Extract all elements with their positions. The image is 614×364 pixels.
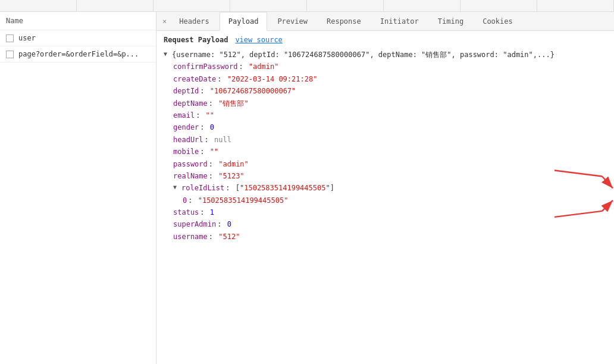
- grid-cell: [307, 0, 384, 11]
- json-key-roleIdList: roleIdList: [181, 182, 224, 194]
- checkbox-user[interactable]: [6, 34, 14, 42]
- grid-cell: [537, 0, 614, 11]
- sidebar-item-page[interactable]: page?order=&orderField=&p...: [0, 46, 156, 62]
- grid-cell: [384, 0, 460, 11]
- json-key-mobile: mobile: [173, 146, 199, 158]
- json-val-superAdmin: 0: [227, 218, 231, 230]
- json-line-realName: realName: "5123": [164, 170, 607, 182]
- json-key-password: password: [173, 158, 208, 170]
- json-key-email: email: [173, 109, 195, 121]
- json-line-username: username: "512": [164, 231, 607, 243]
- json-val-status: 1: [210, 206, 214, 218]
- json-val-roleIdList-open: [": [236, 182, 244, 194]
- grid-cell: [154, 0, 230, 11]
- json-root-text: {username: "512", deptId: "1067246875800…: [172, 49, 555, 61]
- json-tree: ▼ {username: "512", deptId: "10672468758…: [164, 49, 607, 243]
- json-line-mobile: mobile: "": [164, 146, 607, 158]
- json-line-status: status: 1: [164, 206, 607, 218]
- checkbox-page[interactable]: [6, 51, 14, 58]
- right-panel: × Headers Payload Preview Response Initi…: [156, 12, 614, 364]
- expand-arrow-root[interactable]: ▼: [164, 49, 171, 59]
- json-val-deptId: "106724687580000067": [210, 85, 296, 97]
- json-key-confirmPassword: confirmPassword: [173, 61, 237, 73]
- grid-cell: [230, 0, 307, 11]
- json-key-status: status: [173, 206, 199, 218]
- tab-preview[interactable]: Preview: [268, 12, 317, 31]
- tab-payload[interactable]: Payload: [220, 12, 268, 31]
- network-sidebar: Name user page?order=&orderField=&p...: [0, 12, 156, 364]
- json-val-mobile: "": [210, 146, 218, 158]
- tab-headers[interactable]: Headers: [170, 12, 218, 31]
- grid-cell: [77, 0, 154, 11]
- tabs-bar: × Headers Payload Preview Response Initi…: [156, 12, 614, 31]
- json-line-roleIdList[interactable]: ▼ roleIdList: ["1502583514199445505"]: [164, 182, 607, 194]
- json-key-headUrl: headUrl: [173, 134, 203, 146]
- json-key-username: username: [173, 231, 208, 243]
- json-line-createDate: createDate: "2022-03-14 09:21:28": [164, 73, 607, 85]
- json-line-deptName: deptName: "销售部": [164, 98, 607, 109]
- json-val-confirmPassword: "admin": [249, 61, 279, 73]
- json-val-realName: "5123": [218, 170, 244, 182]
- json-val-roleIdList-val: 1502583514199445505: [244, 182, 325, 194]
- json-val-username: "512": [218, 231, 240, 243]
- json-val-createDate: "2022-03-14 09:21:28": [227, 73, 318, 85]
- json-line-superAdmin: superAdmin: 0: [164, 218, 607, 230]
- expand-arrow-roleIdList[interactable]: ▼: [173, 182, 180, 192]
- json-line-password: password: "admin": [164, 158, 607, 170]
- json-val-headUrl: null: [214, 134, 231, 146]
- json-key-gender: gender: [173, 121, 199, 133]
- grid-cell: [0, 0, 77, 11]
- json-val-roleIdList-close: "]: [325, 182, 334, 194]
- json-line-gender: gender: 0: [164, 121, 607, 133]
- json-line-deptId: deptId: "106724687580000067": [164, 85, 607, 97]
- payload-content: Request Payload view source ▼ {username:…: [156, 31, 614, 364]
- sidebar-header: Name: [0, 12, 156, 30]
- payload-title: Request Payload: [164, 36, 228, 44]
- payload-header: Request Payload view source: [164, 36, 607, 44]
- json-key-roleIdList-0: 0: [183, 194, 187, 206]
- json-val-deptName: "销售部": [218, 98, 248, 109]
- grid-cell: [460, 0, 537, 11]
- json-line-email: email: "": [164, 109, 607, 121]
- top-grid: [0, 0, 614, 12]
- json-line-confirmPassword: confirmPassword: "admin": [164, 61, 607, 73]
- sidebar-item-user-label: user: [18, 34, 36, 42]
- tab-close-button[interactable]: ×: [159, 12, 170, 31]
- sidebar-item-page-label: page?order=&orderField=&p...: [18, 50, 139, 58]
- json-val-password: "admin": [218, 158, 249, 170]
- json-val-gender: 0: [210, 121, 214, 133]
- tab-initiator[interactable]: Initiator: [371, 12, 428, 31]
- json-val-email: "": [206, 109, 214, 121]
- tab-response[interactable]: Response: [318, 12, 370, 31]
- json-key-createDate: createDate: [173, 73, 216, 85]
- json-line-roleIdList-0: 0: "1502583514199445505": [164, 194, 607, 206]
- tab-cookies[interactable]: Cookies: [474, 12, 522, 31]
- json-line-headUrl: headUrl: null: [164, 134, 607, 146]
- json-root-line[interactable]: ▼ {username: "512", deptId: "10672468758…: [164, 49, 607, 61]
- json-key-deptName: deptName: [173, 98, 208, 109]
- tab-timing[interactable]: Timing: [429, 12, 472, 31]
- json-key-realName: realName: [173, 170, 208, 182]
- view-source-link[interactable]: view source: [235, 36, 282, 44]
- json-key-deptId: deptId: [173, 85, 199, 97]
- sidebar-item-user[interactable]: user: [0, 30, 156, 46]
- json-val-roleIdList-0: "1502583514199445505": [198, 194, 289, 206]
- json-key-superAdmin: superAdmin: [173, 218, 216, 230]
